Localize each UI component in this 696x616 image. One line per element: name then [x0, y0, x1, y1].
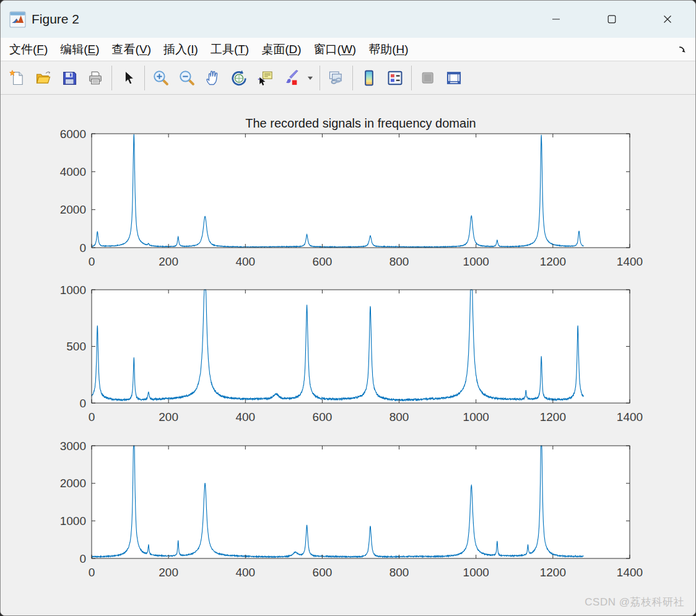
y-tick-label: 0	[79, 552, 86, 565]
minimize-icon	[551, 14, 561, 24]
open-file-button[interactable]	[30, 64, 56, 92]
toolbar-separator	[352, 66, 353, 90]
brush-data-button[interactable]	[278, 64, 304, 92]
edit-cursor-icon	[120, 69, 137, 87]
menu-insert[interactable]: 插入(I)	[157, 40, 204, 59]
x-tick-label: 200	[159, 255, 178, 268]
menubar: 文件(F)编辑(E)查看(V)插入(I)工具(T)桌面(D)窗口(W)帮助(H)	[1, 38, 695, 61]
y-tick-label: 2000	[60, 477, 86, 490]
x-tick-label: 1200	[540, 566, 566, 579]
show-plot-tools-icon	[445, 69, 463, 87]
toolbar-separator	[144, 66, 145, 90]
rotate-3d-icon	[230, 69, 248, 87]
x-tick-label: 0	[89, 566, 95, 579]
menu-edit[interactable]: 编辑(E)	[54, 40, 105, 59]
colorbar-icon	[360, 69, 378, 87]
brush-dropdown-button[interactable]	[304, 64, 316, 92]
subplot-2[interactable]: 020040060080010001200140005001000	[60, 284, 643, 424]
x-tick-label: 200	[159, 410, 178, 423]
menu-view[interactable]: 查看(V)	[106, 40, 157, 59]
x-tick-label: 400	[235, 255, 255, 268]
rotate-3d-button[interactable]	[226, 64, 252, 92]
x-tick-label: 0	[89, 255, 95, 268]
legend-icon	[386, 69, 404, 87]
toolbar-group	[148, 61, 316, 94]
brush-icon	[282, 69, 300, 87]
y-tick-label: 500	[66, 340, 86, 353]
toolbar	[1, 61, 695, 95]
x-tick-label: 200	[159, 566, 178, 579]
dock-figure-button[interactable]	[674, 41, 690, 58]
zoom-out-button[interactable]	[174, 64, 200, 92]
titlebar[interactable]: Figure 2	[1, 1, 695, 38]
x-tick-label: 800	[389, 566, 409, 579]
y-tick-label: 4000	[60, 165, 86, 178]
link-plot-button[interactable]	[323, 64, 349, 92]
open-folder-icon	[35, 69, 52, 87]
menu-window[interactable]: 窗口(W)	[308, 40, 363, 59]
close-icon	[663, 14, 672, 24]
save-icon	[61, 69, 78, 87]
x-tick-label: 1000	[463, 410, 489, 423]
subplot-1[interactable]: 02004006008001000120014000200040006000Th…	[60, 116, 643, 268]
print-figure-button[interactable]	[82, 64, 108, 92]
pan-button[interactable]	[200, 64, 226, 92]
toolbar-group	[356, 61, 408, 94]
x-tick-label: 400	[235, 410, 255, 423]
zoom-out-icon	[178, 69, 196, 87]
toolbar-separator	[411, 66, 412, 90]
print-icon	[87, 69, 104, 87]
figure-canvas: 02004006008001000120014000200040006000Th…	[1, 95, 696, 616]
chart-canvas[interactable]: 02004006008001000120014000200040006000Th…	[1, 95, 696, 616]
data-cursor-button[interactable]	[252, 64, 278, 92]
show-plot-tools-button[interactable]	[441, 64, 467, 92]
x-tick-label: 1000	[463, 566, 489, 579]
y-tick-label: 0	[79, 241, 86, 254]
subplot-3[interactable]: 02004006008001000120014000100020003000	[60, 440, 643, 579]
hide-plot-tools-button	[415, 64, 441, 92]
menu-help[interactable]: 帮助(H)	[362, 40, 414, 59]
x-tick-label: 1200	[540, 410, 566, 423]
toolbar-group	[4, 61, 108, 94]
matlab-figure-icon	[9, 11, 26, 28]
new-figure-button[interactable]	[4, 64, 30, 92]
x-tick-label: 800	[389, 255, 409, 268]
hide-plot-tools-icon	[419, 69, 437, 87]
x-tick-label: 1400	[617, 566, 643, 579]
maximize-button[interactable]	[584, 1, 640, 38]
x-tick-label: 600	[313, 566, 333, 579]
y-tick-label: 1000	[60, 284, 86, 297]
data-cursor-icon	[256, 69, 274, 87]
edit-plot-button[interactable]	[115, 64, 141, 92]
toolbar-group	[323, 61, 349, 94]
y-tick-label: 6000	[60, 128, 86, 141]
link-icon	[328, 69, 345, 87]
insert-legend-button[interactable]	[382, 64, 408, 92]
window-title: Figure 2	[32, 12, 79, 27]
menu-file[interactable]: 文件(F)	[3, 40, 54, 59]
dock-arrow-icon	[678, 45, 687, 54]
chart-title: The recorded signals in frequency domain	[245, 116, 476, 130]
x-tick-label: 1000	[463, 255, 489, 268]
caret-down-icon	[306, 74, 315, 82]
zoom-in-icon	[152, 69, 170, 87]
figure-window: Figure 2 文件(F)编辑(E)查看(V)插入(I)工具(T)桌面(D)窗…	[0, 0, 696, 616]
minimize-button[interactable]	[528, 1, 584, 38]
pan-hand-icon	[204, 69, 222, 87]
zoom-in-button[interactable]	[148, 64, 174, 92]
insert-colorbar-button[interactable]	[356, 64, 382, 92]
y-tick-label: 1000	[60, 514, 86, 527]
menu-tools[interactable]: 工具(T)	[204, 40, 255, 59]
menu-desktop[interactable]: 桌面(D)	[255, 40, 307, 59]
toolbar-group	[115, 61, 141, 94]
x-tick-label: 600	[313, 255, 333, 268]
x-tick-label: 1400	[617, 255, 643, 268]
maximize-icon	[607, 14, 617, 24]
x-tick-label: 1400	[617, 410, 643, 423]
close-button[interactable]	[640, 1, 695, 38]
x-tick-label: 600	[313, 410, 333, 423]
x-tick-label: 1200	[540, 255, 566, 268]
x-tick-label: 0	[89, 410, 95, 423]
y-tick-label: 3000	[60, 440, 86, 453]
save-figure-button[interactable]	[56, 64, 82, 92]
